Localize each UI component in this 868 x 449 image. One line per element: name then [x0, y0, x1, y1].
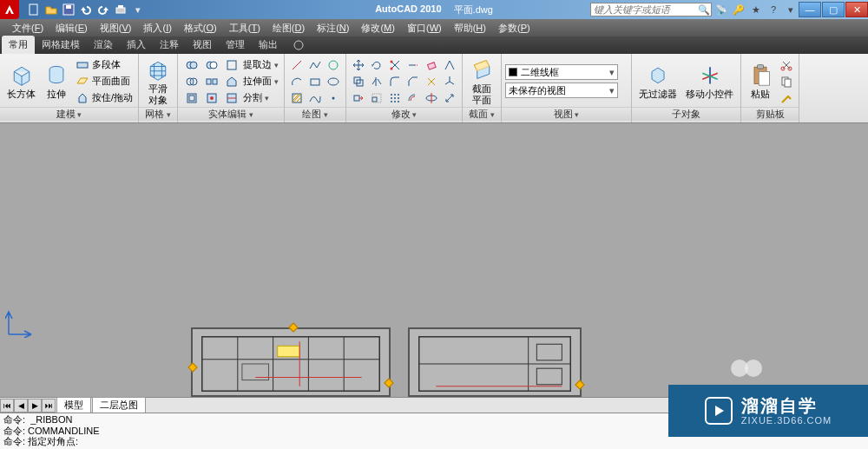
scale-icon[interactable] — [368, 90, 385, 106]
panel-view-label[interactable]: 视图 — [502, 107, 631, 121]
visual-style-combo[interactable]: 二维线框 — [505, 64, 618, 80]
menu-p[interactable]: 参数(P) — [493, 20, 536, 36]
menu-v[interactable]: 视图(V) — [95, 20, 137, 36]
trim-icon[interactable] — [386, 57, 404, 73]
window-maximize-button[interactable]: ▢ — [822, 2, 845, 17]
qat-save-icon[interactable] — [61, 2, 76, 17]
search-input[interactable] — [590, 3, 712, 17]
qat-redo-icon[interactable] — [95, 2, 111, 17]
infocenter-star-icon[interactable]: ★ — [748, 2, 764, 17]
menu-i[interactable]: 插入(I) — [138, 20, 176, 36]
ribbon-tab-6[interactable]: 管理 — [219, 36, 252, 54]
tab-layout1[interactable]: 二层总图 — [92, 397, 146, 413]
menu-m[interactable]: 修改(M) — [356, 20, 400, 36]
3dalign-icon[interactable] — [441, 57, 458, 73]
separate-icon[interactable] — [203, 74, 220, 89]
panel-section-label[interactable]: 截面 — [463, 107, 501, 121]
rotate-icon[interactable] — [368, 57, 385, 73]
qat-open-icon[interactable] — [43, 2, 59, 17]
erase-icon[interactable] — [423, 57, 440, 73]
ribbon-tab-2[interactable]: 渲染 — [87, 36, 120, 54]
presspull-button[interactable]: 按住/拖动 — [74, 90, 135, 106]
infocenter-key-icon[interactable]: 🔑 — [731, 2, 746, 17]
box-button[interactable]: 长方体 — [3, 61, 39, 101]
drawing-area[interactable] — [0, 123, 868, 397]
tab-model[interactable]: 模型 — [56, 397, 91, 413]
infocenter-comm-icon[interactable]: 📡 — [713, 2, 729, 17]
polysolid-button[interactable]: 多段体 — [74, 57, 135, 73]
tab-nav-last-icon[interactable]: ⏭ — [42, 399, 56, 413]
viewcube-icon[interactable] — [729, 358, 764, 379]
copy-icon[interactable] — [350, 74, 367, 89]
window-minimize-button[interactable]: — — [799, 2, 821, 17]
extrude-button[interactable]: 拉伸 — [41, 61, 72, 101]
chamfer-icon[interactable] — [404, 74, 422, 89]
extend-icon[interactable] — [404, 57, 422, 73]
panel-solid-label[interactable]: 实体编辑 — [178, 107, 284, 121]
match-icon[interactable] — [778, 90, 795, 106]
paste-button[interactable]: 粘贴 — [745, 61, 776, 101]
tab-nav-next-icon[interactable]: ▶ — [28, 399, 42, 413]
extrude-face-row[interactable]: 拉伸面▾ — [181, 74, 280, 89]
floorplan-right[interactable] — [408, 327, 582, 397]
spline-icon[interactable] — [306, 90, 324, 106]
menu-o[interactable]: 格式(O) — [179, 20, 222, 36]
ribbon-output-icon[interactable] — [287, 36, 310, 54]
extract-edges-row[interactable]: 提取边▾ — [181, 57, 280, 73]
menu-d[interactable]: 绘图(D) — [267, 20, 310, 36]
section-plane-button[interactable]: 截面平面 — [466, 56, 497, 106]
extrude-face-icon[interactable] — [223, 74, 240, 89]
panel-modify-label[interactable]: 修改 — [346, 107, 462, 121]
polyline-icon[interactable] — [306, 57, 324, 73]
3drotate-icon[interactable] — [423, 90, 440, 106]
ribbon-tab-7[interactable]: 输出 — [252, 36, 285, 54]
array-icon[interactable] — [386, 90, 404, 106]
menu-e[interactable]: 编辑(E) — [50, 20, 93, 36]
mirror-icon[interactable] — [368, 74, 385, 89]
ellipse-icon[interactable] — [325, 74, 342, 89]
slice-row[interactable]: 分割▾ — [181, 90, 280, 106]
ribbon-tab-3[interactable]: 插入 — [120, 36, 153, 54]
point-icon[interactable] — [325, 90, 342, 106]
ribbon-tab-0[interactable]: 常用 — [2, 36, 35, 54]
no-filter-button[interactable]: 无过滤器 — [635, 61, 681, 101]
planarsurf-button[interactable]: 平面曲面 — [74, 74, 135, 89]
menu-h[interactable]: 帮助(H) — [449, 20, 491, 36]
line-icon[interactable] — [288, 57, 306, 73]
tab-nav-first-icon[interactable]: ⏮ — [0, 399, 14, 413]
subtract-icon[interactable] — [203, 57, 220, 73]
imprint-icon[interactable] — [203, 90, 220, 106]
menu-t[interactable]: 工具(T) — [224, 20, 266, 36]
slice-icon[interactable] — [223, 90, 240, 106]
menu-f[interactable]: 文件(F) — [7, 20, 49, 36]
union-icon[interactable] — [183, 57, 201, 73]
menu-n[interactable]: 标注(N) — [312, 20, 354, 36]
shell-icon[interactable] — [183, 90, 201, 106]
panel-mesh-label[interactable]: 网格 — [139, 107, 177, 121]
menu-w[interactable]: 窗口(W) — [402, 20, 447, 36]
intersect-icon[interactable] — [183, 74, 201, 89]
qat-print-icon[interactable] — [113, 2, 128, 17]
copy-clip-icon[interactable] — [778, 74, 795, 89]
smooth-object-button[interactable]: 平滑对象 — [142, 56, 174, 106]
extract-edges-icon[interactable] — [223, 57, 240, 73]
arc-icon[interactable] — [288, 74, 306, 89]
panel-draw-label[interactable]: 绘图 — [285, 107, 345, 121]
qat-dropdown-icon[interactable]: ▾ — [130, 2, 146, 17]
floorplan-left[interactable] — [191, 327, 391, 397]
qat-undo-icon[interactable] — [78, 2, 94, 17]
stretch-icon[interactable] — [350, 90, 367, 106]
window-close-button[interactable]: ✕ — [845, 2, 868, 17]
ribbon-tab-5[interactable]: 视图 — [186, 36, 219, 54]
infocenter-help-icon[interactable]: ? — [766, 2, 781, 17]
panel-model-label[interactable]: 建模 — [0, 107, 138, 121]
rect-icon[interactable] — [306, 74, 324, 89]
fillet-icon[interactable] — [386, 74, 404, 89]
cut-icon[interactable] — [778, 57, 795, 73]
infocenter-search-icon[interactable]: 🔍 — [696, 2, 712, 17]
3dscale-icon[interactable] — [441, 90, 458, 106]
ribbon-tab-1[interactable]: 网格建模 — [35, 36, 87, 54]
tab-nav-prev-icon[interactable]: ◀ — [14, 399, 28, 413]
move-gizmo-button[interactable]: 移动小控件 — [682, 61, 737, 101]
app-logo[interactable] — [0, 0, 19, 19]
